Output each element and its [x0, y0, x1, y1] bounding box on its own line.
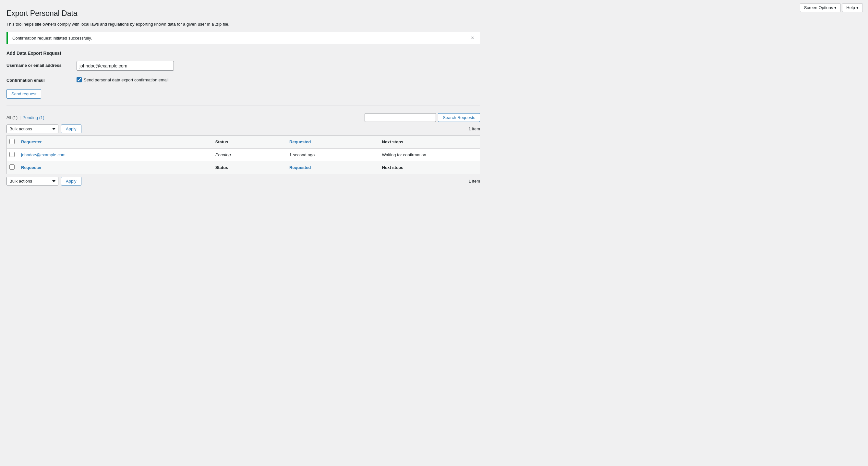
- items-count-top: 1 item: [469, 126, 480, 131]
- filter-all-count: (1): [12, 115, 18, 120]
- bulk-left-bottom: Bulk actions Apply: [6, 177, 82, 186]
- row-next-steps-cell: Waiting for confirmation: [378, 149, 480, 161]
- table-filters-top: All (1) | Pending (1) Search Requests: [6, 113, 480, 122]
- data-table: Requester Status Requested Next steps: [6, 135, 480, 174]
- footer-requested: Requested: [285, 161, 378, 174]
- confirmation-email-row: Confirmation email Send personal data ex…: [6, 76, 480, 83]
- bulk-row-bottom: Bulk actions Apply 1 item: [6, 177, 480, 186]
- send-request-button[interactable]: Send request: [6, 89, 41, 99]
- table-row: johndoe@example.com Pending 1 second ago…: [7, 149, 480, 161]
- filter-separator: |: [20, 115, 21, 120]
- footer-checkbox-cell: [7, 161, 18, 174]
- add-request-form: Add Data Export Request Username or emai…: [6, 51, 480, 99]
- notice-dismiss-button[interactable]: ×: [469, 35, 475, 41]
- row-checkbox[interactable]: [9, 152, 14, 157]
- bulk-left-top: Bulk actions Apply: [6, 125, 82, 133]
- header-next-steps: Next steps: [378, 135, 480, 149]
- username-row: Username or email address: [6, 61, 480, 71]
- footer-requester-label[interactable]: Requester: [21, 165, 42, 170]
- filter-links: All (1) | Pending (1): [6, 115, 44, 120]
- header-checkbox-cell: [7, 135, 18, 149]
- table-body: johndoe@example.com Pending 1 second ago…: [7, 149, 480, 161]
- row-next-steps: Waiting for confirmation: [382, 152, 426, 157]
- select-all-checkbox[interactable]: [9, 139, 14, 144]
- footer-status: Status: [212, 161, 285, 174]
- table-footer-row: Requester Status Requested Next steps: [7, 161, 480, 174]
- status-header-label: Status: [215, 139, 228, 144]
- row-status-cell: Pending: [212, 149, 285, 161]
- success-notice: Confirmation request initiated successfu…: [6, 32, 480, 44]
- footer-next-steps-label: Next steps: [382, 165, 404, 170]
- footer-requester: Requester: [17, 161, 212, 174]
- items-count-bottom: 1 item: [469, 179, 480, 184]
- section-divider: [6, 105, 480, 105]
- page-title: Export Personal Data: [6, 9, 480, 18]
- requester-link[interactable]: johndoe@example.com: [21, 152, 65, 157]
- help-chevron-icon: ▾: [856, 5, 859, 10]
- row-status: Pending: [215, 152, 231, 157]
- screen-options-chevron-icon: ▾: [834, 5, 837, 10]
- filter-all-label: All: [6, 115, 11, 120]
- requested-header-label[interactable]: Requested: [289, 139, 311, 144]
- requester-header-label[interactable]: Requester: [21, 139, 42, 144]
- table-header-row: Requester Status Requested Next steps: [7, 135, 480, 149]
- username-label: Username or email address: [6, 61, 71, 68]
- filter-pending-count: (1): [39, 115, 44, 120]
- filter-pending-label: Pending: [22, 115, 38, 120]
- page-description: This tool helps site owners comply with …: [6, 22, 480, 27]
- row-requested: 1 second ago: [289, 152, 315, 157]
- search-input[interactable]: [365, 113, 436, 122]
- table-section: All (1) | Pending (1) Search Requests Bu…: [6, 113, 480, 186]
- footer-requested-label[interactable]: Requested: [289, 165, 311, 170]
- username-input[interactable]: [76, 61, 174, 71]
- help-label: Help: [846, 5, 855, 10]
- filter-pending[interactable]: Pending (1): [22, 115, 44, 120]
- screen-options-button[interactable]: Screen Options ▾: [800, 3, 841, 12]
- confirmation-email-checkbox-row: Send personal data export confirmation e…: [76, 76, 169, 82]
- bulk-row-top: Bulk actions Apply 1 item: [6, 125, 480, 133]
- footer-status-label: Status: [215, 165, 228, 170]
- header-status: Status: [212, 135, 285, 149]
- bulk-actions-select-top[interactable]: Bulk actions: [6, 125, 58, 133]
- top-bar: Screen Options ▾ Help ▾: [795, 0, 868, 15]
- form-section-title: Add Data Export Request: [6, 51, 480, 56]
- help-button[interactable]: Help ▾: [842, 3, 863, 12]
- bulk-apply-button-top[interactable]: Apply: [61, 125, 82, 133]
- filter-all[interactable]: All (1): [6, 115, 18, 120]
- row-checkbox-cell: [7, 149, 18, 161]
- confirmation-email-checkbox[interactable]: [76, 77, 82, 82]
- next-steps-header-label: Next steps: [382, 139, 404, 144]
- confirmation-email-checkbox-label: Send personal data export confirmation e…: [84, 77, 169, 82]
- notice-text: Confirmation request initiated successfu…: [12, 36, 92, 40]
- bulk-actions-select-bottom[interactable]: Bulk actions: [6, 177, 58, 186]
- search-requests-button[interactable]: Search Requests: [438, 113, 480, 122]
- table-head: Requester Status Requested Next steps: [7, 135, 480, 149]
- row-requested-cell: 1 second ago: [285, 149, 378, 161]
- main-content: Export Personal Data This tool helps sit…: [0, 0, 487, 194]
- search-box: Search Requests: [365, 113, 480, 122]
- table-foot: Requester Status Requested Next steps: [7, 161, 480, 174]
- footer-next-steps: Next steps: [378, 161, 480, 174]
- header-requested: Requested: [285, 135, 378, 149]
- bulk-apply-button-bottom[interactable]: Apply: [61, 177, 82, 186]
- header-requester: Requester: [17, 135, 212, 149]
- confirmation-email-label: Confirmation email: [6, 76, 71, 83]
- screen-options-label: Screen Options: [804, 5, 833, 10]
- footer-select-all-checkbox[interactable]: [9, 164, 14, 169]
- row-requester-cell: johndoe@example.com: [17, 149, 212, 161]
